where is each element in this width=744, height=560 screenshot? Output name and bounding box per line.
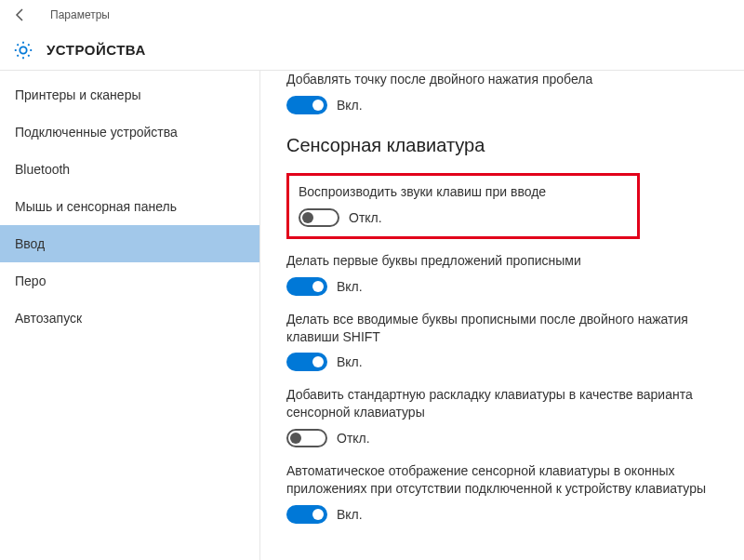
toggle-add-period[interactable] [286,96,327,114]
sidebar-item-mouse-touchpad[interactable]: Мышь и сенсорная панель [0,188,259,225]
sidebar-item-connected-devices[interactable]: Подключенные устройства [0,113,259,151]
toggle-state-label: Откл. [349,210,382,225]
setting-desc: Делать все вводимые буквы прописными пос… [286,311,727,346]
toggle-state-label: Откл. [337,431,370,446]
section-title-touch-keyboard: Сенсорная клавиатура [286,135,727,156]
toggle-state-label: Вкл. [337,354,363,369]
toggle-state-label: Вкл. [337,279,363,294]
highlight-box: Воспроизводить звуки клавиш при вводе От… [286,173,640,239]
toggle-state-label: Вкл. [337,507,363,522]
toggle-key-sounds[interactable] [299,208,339,227]
setting-desc: Автоматическое отображение сенсорной кла… [286,462,727,498]
sidebar-item-bluetooth[interactable]: Bluetooth [0,151,259,188]
setting-key-sounds: Воспроизводить звуки клавиш при вводе От… [299,183,628,227]
toggle-caps-double-shift[interactable] [286,353,327,371]
setting-auto-show-keyboard: Автоматическое отображение сенсорной кла… [286,462,727,524]
setting-caps-double-shift: Делать все вводимые буквы прописными пос… [286,311,727,372]
window-title: Параметры [50,8,110,21]
toggle-auto-show-keyboard[interactable] [286,505,327,524]
toggle-standard-layout[interactable] [286,429,327,447]
setting-add-period: Добавлять точку после двойного нажатия п… [286,71,727,114]
sidebar: Принтеры и сканеры Подключенные устройст… [0,71,260,560]
sidebar-item-printers[interactable]: Принтеры и сканеры [0,76,259,113]
sidebar-item-typing[interactable]: Ввод [0,225,259,262]
content-area: Добавлять точку после двойного нажатия п… [260,71,744,560]
sidebar-item-autoplay[interactable]: Автозапуск [0,300,259,337]
page-title: УСТРОЙСТВА [46,42,146,58]
gear-icon [13,40,33,60]
toggle-capitalize-first[interactable] [286,277,327,296]
setting-desc: Добавить стандартную раскладку клавиатур… [286,386,727,421]
sidebar-item-pen[interactable]: Перо [0,262,259,300]
back-button[interactable] [9,4,32,26]
setting-standard-layout: Добавить стандартную раскладку клавиатур… [286,386,727,447]
setting-capitalize-first: Делать первые буквы предложений прописны… [286,252,727,296]
toggle-state-label: Вкл. [337,98,363,113]
setting-desc: Воспроизводить звуки клавиш при вводе [299,183,628,201]
setting-desc: Добавлять точку после двойного нажатия п… [286,71,727,88]
setting-desc: Делать первые буквы предложений прописны… [286,252,727,270]
